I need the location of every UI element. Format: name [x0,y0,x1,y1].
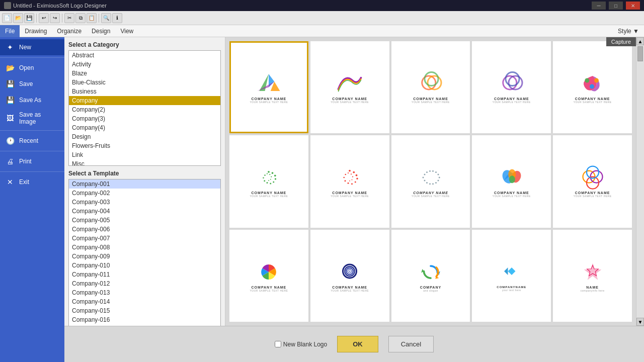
logo-cell-4[interactable]: COMPANY NAME YOUR SAMPLE TEXT HERE [472,41,551,133]
logo-cell-12[interactable]: COMPANY NAME YOUR SAMPLE TEXT HERE [310,230,389,322]
blank-logo-checkbox[interactable] [275,341,281,347]
sidebar-print[interactable]: 🖨 Print [0,153,64,169]
close-button[interactable]: ✕ [626,2,640,10]
recent-icon: 🕐 [5,136,15,146]
svg-point-43 [422,177,424,178]
logo-cell-9[interactable]: COMPANY NAME YOUR SAMPLE TEXT HERE [472,135,551,227]
menu-view[interactable]: View [115,25,138,37]
template-item[interactable]: Company-002 [69,189,220,198]
tool-cut[interactable]: ✂ [64,13,74,23]
category-item[interactable]: Design [69,132,220,141]
svg-point-27 [268,180,269,182]
logo-name-1: COMPANY NAME [252,97,287,101]
logo-cell-14[interactable]: COMPANYNAME your text here [472,230,551,322]
logo-cell-1[interactable]: COMPANY NAME YOUR SAMPLE TEXT HERE [229,41,308,133]
category-list[interactable]: AbstractActivityBlazeBlue-ClassicBusines… [68,50,221,166]
style-dropdown[interactable]: Style ▼ [613,25,644,37]
template-item[interactable]: Company-007 [69,234,220,243]
template-item[interactable]: Company-015 [69,306,220,315]
tool-zoom[interactable]: 🔍 [101,13,111,23]
category-item[interactable]: Company(4) [69,123,220,132]
logo-sub-14: your text here [502,289,521,292]
sidebar-saveasimage[interactable]: 🖼 Save as Image [0,108,64,128]
template-list[interactable]: Company-001Company-002Company-003Company… [68,179,221,326]
logo-cell-15[interactable]: NAME companyinfo here [553,230,632,322]
toolbar-separator-2 [62,14,62,23]
template-item[interactable]: Company-010 [69,261,220,270]
logo-cell-2[interactable]: COMPANY NAME YOUR SAMPLE TEXT HERE [310,41,389,133]
logo-cell-7[interactable]: COMPANY NAME YOUR SAMPLE TEXT HERE [310,135,389,227]
logo-cell-5[interactable]: COMPANY NAME YOUR SAMPLE TEXT HERE [553,41,632,133]
ok-button[interactable]: OK [337,336,378,352]
template-item[interactable]: Company-013 [69,288,220,297]
sidebar-new[interactable]: ✦ New [0,39,64,55]
logo-cell-10[interactable]: COMPANY NAME YOUR SAMPLE TEXT HERE [553,135,632,227]
category-item[interactable]: Blue-Classic [69,78,220,87]
logo-cell-6[interactable]: COMPANY NAME YOUR SAMPLE TEXT HERE [229,135,308,227]
logo-cell-8[interactable]: COMPANY NAME YOUR SAMPLE TEXT HERE [391,135,470,227]
tool-undo[interactable]: ↩ [39,13,49,23]
logo-cell-13[interactable]: COMPANY and slogan [391,230,470,322]
svg-point-31 [357,178,358,179]
category-item[interactable]: Company(3) [69,114,220,123]
window-controls[interactable]: ─ □ ✕ [592,2,640,10]
tool-redo[interactable]: ↪ [50,13,60,23]
menu-design[interactable]: Design [87,25,115,37]
menu-organize[interactable]: Organize [52,25,87,37]
tool-new[interactable]: 📄 [2,13,12,23]
template-item[interactable]: Company-003 [69,198,220,207]
sidebar-divider-3 [0,151,64,151]
category-item[interactable]: Link [69,150,220,159]
template-item[interactable]: Company-005 [69,216,220,225]
category-item[interactable]: Activity [69,60,220,69]
cancel-button[interactable]: Cancel [388,336,434,352]
right-scrollbar[interactable]: ▲ ▼ [636,37,644,326]
category-item[interactable]: Company(2) [69,105,220,114]
tool-paste[interactable]: 📋 [87,13,97,23]
svg-point-28 [349,170,351,172]
template-item[interactable]: Company-006 [69,225,220,234]
template-item[interactable]: Company-014 [69,297,220,306]
menu-drawing[interactable]: Drawing [20,25,52,37]
save-label: Save [19,80,33,87]
scroll-up-arrow[interactable]: ▲ [636,37,644,45]
sidebar-saveas[interactable]: 💾 Save As [0,92,64,108]
template-item[interactable]: Company-004 [69,207,220,216]
tool-copy[interactable]: ⧉ [75,13,86,23]
category-item[interactable]: Flowers-Fruits [69,141,220,150]
sidebar-open[interactable]: 📂 Open [0,60,64,76]
logo-cell-11[interactable]: COMPANY NAME YOUR SAMPLE TEXT HERE [229,230,308,322]
template-item[interactable]: Company-017 [69,324,220,326]
category-item[interactable]: Blaze [69,69,220,78]
category-item[interactable]: Abstract [69,51,220,60]
sidebar-recent[interactable]: 🕐 Recent [0,133,64,149]
template-item[interactable]: Company-012 [69,279,220,288]
category-item[interactable]: Company [69,96,220,105]
capture-button[interactable]: Capture [606,37,636,46]
logo-sub-3: YOUR SAMPLE TEXT HERE [412,101,450,104]
svg-point-26 [270,179,271,180]
scroll-thumb[interactable] [637,46,643,61]
template-item[interactable]: Company-001 [69,179,220,189]
category-item[interactable]: Business [69,87,220,96]
template-item[interactable]: Company-011 [69,270,220,279]
tool-open[interactable]: 📂 [13,13,23,23]
menu-file[interactable]: File [0,25,20,37]
new-icon: ✦ [5,42,15,52]
template-item[interactable]: Company-009 [69,252,220,261]
scroll-down-arrow[interactable]: ▼ [636,318,644,326]
tool-save[interactable]: 💾 [24,13,34,23]
sidebar-exit[interactable]: ✕ Exit [0,174,64,190]
minimize-button[interactable]: ─ [592,2,606,10]
maximize-button[interactable]: □ [609,2,623,10]
sidebar-save[interactable]: 💾 Save [0,76,64,92]
template-item[interactable]: Company-008 [69,243,220,252]
toolbar-icons: 📄 📂 💾 ↩ ↪ ✂ ⧉ 📋 🔍 ℹ [0,11,644,25]
tool-info[interactable]: ℹ [112,13,122,23]
svg-point-12 [590,84,594,89]
blank-logo-checkbox-label[interactable]: New Blank Logo [275,341,327,348]
category-item[interactable]: Misc [69,159,220,166]
logo-cell-3[interactable]: COMPANY NAME YOUR SAMPLE TEXT HERE [391,41,470,133]
window-title: Untitled - EximiousSoft Logo Designer [13,3,107,9]
template-item[interactable]: Company-016 [69,315,220,324]
